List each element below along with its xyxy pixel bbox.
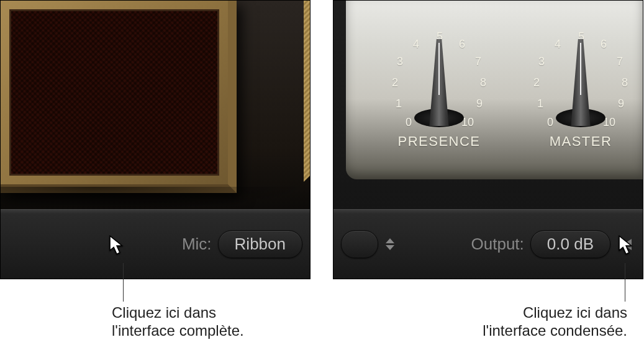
tick-0: 0 — [547, 116, 553, 129]
tick-4: 4 — [413, 38, 419, 51]
tick-9: 9 — [476, 97, 483, 110]
callout-left-line2: l'interface complète. — [112, 322, 244, 339]
cabinet-side — [304, 0, 311, 182]
master-knob-unit: 0 1 2 3 4 5 6 7 8 9 10 — [525, 30, 637, 150]
tick-7: 7 — [617, 55, 623, 68]
callout-line-right — [625, 263, 625, 302]
output-label: Output: — [471, 235, 524, 254]
tick-0: 0 — [406, 116, 412, 129]
floor-shadow — [1, 187, 310, 212]
full-interface-panel: Mic: Ribbon — [0, 0, 311, 279]
callout-left: Cliquez ici dans l'interface complète. — [112, 304, 244, 340]
left-pill-partial[interactable] — [341, 230, 378, 258]
mic-label: Mic: — [182, 235, 212, 254]
tick-2: 2 — [533, 76, 540, 89]
chevron-right-icon — [111, 239, 120, 250]
tick-1: 1 — [537, 97, 543, 110]
output-value-field[interactable]: 0.0 dB — [530, 230, 610, 258]
condensed-interface-panel: 0 1 2 3 4 5 6 7 8 9 10 — [333, 0, 643, 279]
callout-line-left — [123, 263, 124, 302]
speaker-cabinet — [1, 1, 237, 193]
master-label: MASTER — [525, 133, 637, 150]
bottom-toolbar: Mic: Ribbon — [1, 209, 310, 279]
amp-faceplate: 0 1 2 3 4 5 6 7 8 9 10 — [346, 1, 643, 179]
presence-label: PRESENCE — [383, 133, 495, 150]
knob-group: 0 1 2 3 4 5 6 7 8 9 10 — [383, 30, 637, 150]
master-knob[interactable]: 0 1 2 3 4 5 6 7 8 9 10 — [531, 30, 630, 130]
chevron-down-icon — [386, 245, 394, 250]
tick-1: 1 — [396, 97, 402, 110]
select-stepper[interactable] — [384, 238, 396, 250]
tick-8: 8 — [480, 76, 486, 89]
tick-7: 7 — [475, 55, 481, 68]
mic-select[interactable]: Ribbon — [218, 230, 302, 258]
callout-right-line2: l'interface condensée. — [483, 322, 627, 339]
expand-arrow-button[interactable] — [8, 235, 124, 254]
mic-select-value: Ribbon — [235, 235, 286, 253]
presence-knob[interactable]: 0 1 2 3 4 5 6 7 8 9 10 — [389, 30, 489, 130]
tick-2: 2 — [392, 76, 398, 89]
amp-controls-view: 0 1 2 3 4 5 6 7 8 9 10 — [333, 1, 643, 210]
output-value: 0.0 dB — [547, 235, 594, 253]
tick-6: 6 — [601, 38, 607, 51]
tick-8: 8 — [622, 76, 628, 89]
callout-right-line1: Cliquez ici dans — [523, 304, 627, 321]
collapse-arrow-button[interactable] — [619, 235, 635, 254]
tick-3: 3 — [538, 55, 545, 68]
tick-6: 6 — [459, 38, 465, 51]
callout-left-line1: Cliquez ici dans — [112, 304, 216, 321]
tick-4: 4 — [555, 38, 561, 51]
presence-knob-unit: 0 1 2 3 4 5 6 7 8 9 10 — [383, 30, 495, 150]
tick-9: 9 — [618, 97, 624, 110]
amp-cabinet-view — [1, 1, 310, 210]
chevron-up-icon — [386, 238, 394, 243]
chevron-left-icon — [623, 239, 632, 250]
bottom-toolbar: Output: 0.0 dB — [333, 209, 643, 279]
callout-right: Cliquez ici dans l'interface condensée. — [435, 304, 627, 340]
speaker-grill — [9, 9, 219, 176]
tick-3: 3 — [397, 55, 403, 68]
